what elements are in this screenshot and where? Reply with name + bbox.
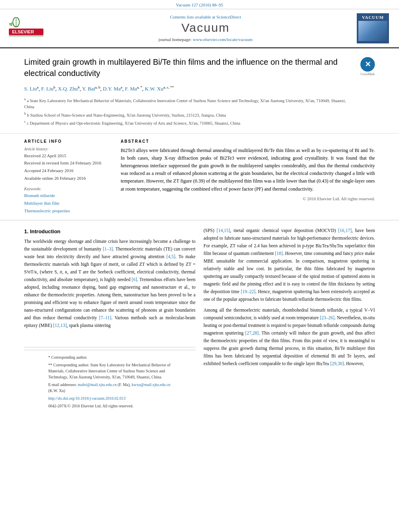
svg-rect-0 <box>8 17 44 39</box>
cover-title: VACUUM <box>362 15 384 20</box>
elsevier-logo-icon: 🌿 ELSEVIER <box>8 17 44 39</box>
history-label: Article history: <box>24 147 113 151</box>
article-info-heading: ARTICLE INFO <box>24 139 113 144</box>
affiliation-b: b b Suzhou School of Nano-Science and Na… <box>24 111 356 118</box>
abstract-text: Bi2Te3 alloys were fabricated through th… <box>121 147 375 193</box>
footer-issn: 0042-207X/© 2016 Elsevier Ltd. All right… <box>48 403 171 409</box>
main-body-section: 1. Introduction The worldwide energy sho… <box>0 220 399 419</box>
author-f-liu: F. Liu <box>41 86 53 92</box>
journal-title: Vacuum <box>181 21 230 35</box>
authors-line: S. Liua, F. Liub, X.Q. Zhub, Y. Baia, b,… <box>24 84 356 93</box>
intro-paragraph-1: The worldwide energy shortage and climat… <box>24 238 195 329</box>
svg-text:ELSEVIER: ELSEVIER <box>12 29 34 34</box>
publisher-logo-area: 🌿 ELSEVIER <box>8 13 56 43</box>
abstract-column: ABSTRACT Bi2Te3 alloys were fabricated t… <box>121 139 375 215</box>
journal-header: 🌿 ELSEVIER Contents lists available at S… <box>0 9 399 48</box>
keyword-bismuth: Bismuth telluride <box>24 192 113 199</box>
article-info-column: ARTICLE INFO Article history: Received 2… <box>24 139 113 215</box>
footer-note-2: ** Corresponding author. State Key Labor… <box>48 362 171 380</box>
footer-doi: http://dx.doi.org/10.1016/j.vacuum.2016.… <box>48 395 171 401</box>
affiliation-c: c c Department of Physics and Opt-electr… <box>24 119 356 126</box>
keyword-multilayer: Multilayer thin film <box>24 199 113 207</box>
author-s-liu: S. Liu <box>24 86 37 92</box>
crossmark-icon: ✕ <box>360 57 375 72</box>
footer-email-2[interactable]: kwxu@mail.xjtu.edu.cn <box>132 382 170 387</box>
copyright-line: © 2016 Elsevier Ltd. All rights reserved… <box>121 196 375 201</box>
footer-email: E-mail addresses: mafei@mail.xjtu.edu.cn… <box>48 382 171 394</box>
homepage-label: journal homepage: www.elsevier.com/locat… <box>158 36 253 43</box>
keyword-thermoelectric: Thermoelectric properties <box>24 207 113 215</box>
article-history-block: Article history: Received 22 April 2015 … <box>24 147 113 182</box>
body-right-column: (SPS) [14,15], metal organic chemical va… <box>204 227 375 413</box>
keywords-label: Keywords: <box>24 187 113 191</box>
homepage-url[interactable]: www.elsevier.com/locate/vacuum <box>193 37 253 42</box>
keywords-block: Keywords: Bismuth telluride Multilayer t… <box>24 187 113 214</box>
journal-name-center: Contents lists available at ScienceDirec… <box>60 13 351 43</box>
cover-thumbnail <box>358 21 387 41</box>
journal-volume-bar: Vacuum 127 (2016) 88–95 <box>0 0 399 9</box>
article-title: Limited grain growth in multilayered Bi/… <box>24 56 356 79</box>
footer-notes: * Corresponding author. ** Corresponding… <box>24 350 195 413</box>
science-direct-link[interactable]: Contents lists available at ScienceDirec… <box>170 14 241 19</box>
svg-text:🌿: 🌿 <box>9 22 13 26</box>
author-dy-ma: D.Y. Ma <box>103 86 121 92</box>
journal-cover-right: VACUUM <box>355 13 391 43</box>
intro-paragraph-2: (SPS) [14,15], metal organic chemical va… <box>204 227 375 303</box>
footer-email-1[interactable]: mafei@mail.xjtu.edu.cn <box>78 382 117 387</box>
section-1-title: 1. Introduction <box>24 228 195 234</box>
body-left-column: 1. Introduction The worldwide energy sho… <box>24 227 195 413</box>
crossmark-badge[interactable]: ✕ CrossMark <box>360 57 375 76</box>
journal-volume-text: Vacuum 127 (2016) 88–95 <box>176 2 223 7</box>
abstract-heading: ABSTRACT <box>121 139 375 144</box>
vacuum-cover-image: VACUUM <box>357 13 389 43</box>
intro-paragraph-3: Among all the thermoelectric materials, … <box>204 306 375 368</box>
affiliation-a: a a State Key Laboratory for Mechanical … <box>24 97 356 110</box>
article-info-abstract-section: ARTICLE INFO Article history: Received 2… <box>0 134 399 221</box>
footer-note-1: * Corresponding author. <box>48 354 171 360</box>
footer-doi-link[interactable]: http://dx.doi.org/10.1016/j.vacuum.2016.… <box>48 396 125 401</box>
author-xq-zhu: X.Q. Zhu <box>58 86 78 92</box>
author-f-ma: F. Ma <box>125 86 137 92</box>
received-date: Received 22 April 2015 Received in revis… <box>24 152 113 182</box>
article-title-section: Limited grain growth in multilayered Bi/… <box>0 48 399 134</box>
footnotes-area: * Corresponding author. ** Corresponding… <box>24 333 195 413</box>
affiliations-block: a a State Key Laboratory for Mechanical … <box>24 97 356 127</box>
author-kw-xu: K.W. Xu <box>145 86 163 92</box>
author-y-bai: Y. Bai <box>82 86 95 92</box>
footnote-divider <box>24 347 195 347</box>
